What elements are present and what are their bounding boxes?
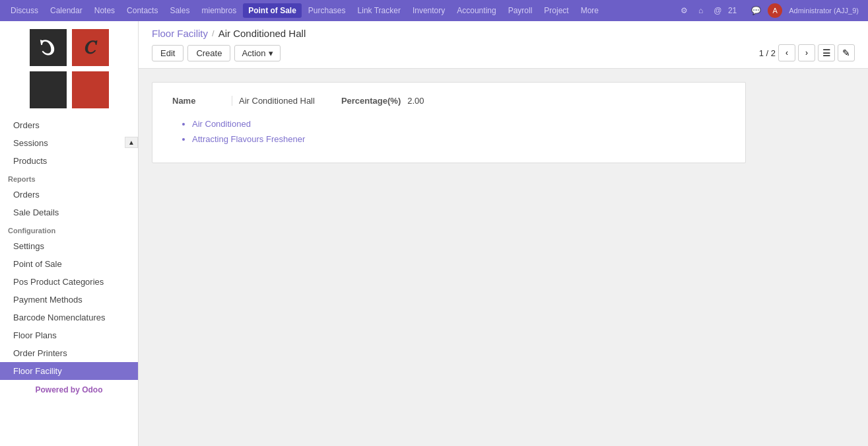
list-view-button[interactable]: ☰ — [818, 44, 835, 61]
nav-calendar[interactable]: Calendar — [45, 3, 88, 18]
nav-notes[interactable]: Notes — [89, 3, 120, 18]
sidebar-item-orders[interactable]: Orders — [0, 116, 138, 134]
nav-miembros[interactable]: miembros — [196, 3, 242, 18]
record-fields: Name Air Conditioned Hall Percentage(%) … — [172, 96, 725, 106]
toolbar: Edit Create Action ▾ 1 / 2 ‹ › ☰ ✎ — [152, 44, 855, 61]
items-ul: Air Conditioned Attracting Flavours Fres… — [179, 119, 725, 144]
logo-top-right: 𝐶 — [72, 29, 109, 66]
logo-bottom-right — [72, 71, 109, 108]
action-button[interactable]: Action ▾ — [234, 45, 280, 61]
sidebar-item-barcode-nomenclatures[interactable]: Barcode Nomenclatures — [0, 309, 138, 326]
sidebar: 𝐶 𝐶 ▲ Orders Sessions Products Reports O… — [0, 21, 139, 446]
prev-record-button[interactable]: ‹ — [778, 44, 795, 61]
nav-point-of-sale[interactable]: Point of Sale — [243, 3, 302, 18]
logo-c-icon: 𝐶 — [41, 36, 55, 60]
edit-view-button[interactable]: ✎ — [838, 44, 855, 61]
apps-icon[interactable]: ⚙ — [677, 5, 692, 17]
sidebar-item-reports-orders[interactable]: Orders — [0, 186, 138, 204]
home-icon[interactable]: ⌂ — [694, 5, 707, 17]
powered-by: Powered by Odoo — [0, 380, 138, 400]
logo-bottom-left — [30, 71, 67, 108]
next-record-button[interactable]: › — [798, 44, 815, 61]
sidebar-section-reports: Reports Orders Sale Details — [0, 170, 138, 221]
percentage-field-group: Percentage(%) 2.00 — [341, 96, 424, 106]
nav-inventory[interactable]: Inventory — [407, 3, 450, 18]
nav-right: ⚙ ⌂ @ 21 💬 A Administrator (AJJ_9) — [677, 3, 863, 18]
breadcrumb: Floor Facility / Air Conditioned Hall — [152, 28, 855, 39]
create-button[interactable]: Create — [187, 45, 230, 61]
top-navigation: Discuss Calendar Notes Contacts Sales mi… — [0, 0, 868, 21]
name-field-group: Name Air Conditioned Hall — [172, 96, 315, 106]
nav-payroll[interactable]: Payroll — [503, 3, 538, 18]
logo: 𝐶 𝐶 — [0, 21, 138, 116]
logo-c-dark-icon: 𝐶 — [84, 37, 96, 59]
nav-contacts[interactable]: Contacts — [121, 3, 163, 18]
nav-link-tracker[interactable]: Link Tracker — [352, 3, 406, 18]
configuration-label: Configuration — [0, 221, 138, 237]
nav-sales[interactable]: Sales — [164, 3, 195, 18]
sidebar-item-sessions[interactable]: Sessions — [0, 134, 138, 152]
name-value: Air Conditioned Hall — [232, 96, 315, 106]
edit-button[interactable]: Edit — [152, 45, 184, 61]
breadcrumb-parent-link[interactable]: Floor Facility — [152, 28, 208, 39]
action-dropdown-icon: ▾ — [269, 48, 273, 58]
name-label: Name — [172, 96, 225, 106]
list-item-0[interactable]: Air Conditioned — [192, 119, 725, 129]
sidebar-item-floor-facility[interactable]: Floor Facility — [0, 362, 138, 380]
sidebar-section-configuration: Configuration Settings Point of Sale Pos… — [0, 221, 138, 380]
notification-icon[interactable]: @ 21 — [710, 5, 745, 17]
logo-box: 𝐶 𝐶 — [30, 29, 109, 108]
logo-top-left: 𝐶 — [30, 29, 67, 66]
user-avatar[interactable]: A — [768, 3, 782, 18]
content-body: Name Air Conditioned Hall Percentage(%) … — [139, 69, 868, 446]
sidebar-item-payment-methods[interactable]: Payment Methods — [0, 291, 138, 309]
nav-discuss[interactable]: Discuss — [5, 3, 44, 18]
record-card: Name Air Conditioned Hall Percentage(%) … — [152, 82, 746, 163]
chat-icon[interactable]: 💬 — [747, 5, 765, 17]
content-header: Floor Facility / Air Conditioned Hall Ed… — [139, 21, 868, 69]
main-content: Floor Facility / Air Conditioned Hall Ed… — [139, 21, 868, 446]
nav-project[interactable]: Project — [539, 3, 574, 18]
toolbar-right: 1 / 2 ‹ › ☰ ✎ — [759, 44, 855, 61]
nav-more[interactable]: More — [576, 3, 604, 18]
percentage-label: Percentage(%) — [341, 96, 401, 106]
sidebar-item-sale-details[interactable]: Sale Details — [0, 204, 138, 221]
list-item-1[interactable]: Attracting Flavours Freshener — [192, 134, 725, 144]
sidebar-scroll-up[interactable]: ▲ — [125, 137, 138, 148]
sidebar-item-pos-product-categories[interactable]: Pos Product Categories — [0, 273, 138, 291]
items-list: Air Conditioned Attracting Flavours Fres… — [172, 119, 725, 144]
sidebar-section-orders: Orders Sessions Products — [0, 116, 138, 170]
nav-accounting[interactable]: Accounting — [451, 3, 501, 18]
sidebar-item-settings[interactable]: Settings — [0, 237, 138, 255]
reports-label: Reports — [0, 170, 138, 186]
user-name[interactable]: Administrator (AJJ_9) — [785, 5, 863, 16]
nav-purchases[interactable]: Purchases — [303, 3, 351, 18]
sidebar-item-floor-plans[interactable]: Floor Plans — [0, 326, 138, 344]
sidebar-item-order-printers[interactable]: Order Printers — [0, 344, 138, 362]
sidebar-item-products[interactable]: Products — [0, 152, 138, 170]
breadcrumb-separator: / — [212, 28, 215, 38]
breadcrumb-current: Air Conditioned Hall — [218, 28, 306, 39]
pagination-info: 1 / 2 — [759, 48, 776, 58]
main-layout: 𝐶 𝐶 ▲ Orders Sessions Products Reports O… — [0, 21, 868, 446]
sidebar-item-point-of-sale[interactable]: Point of Sale — [0, 255, 138, 273]
percentage-value: 2.00 — [407, 96, 424, 106]
